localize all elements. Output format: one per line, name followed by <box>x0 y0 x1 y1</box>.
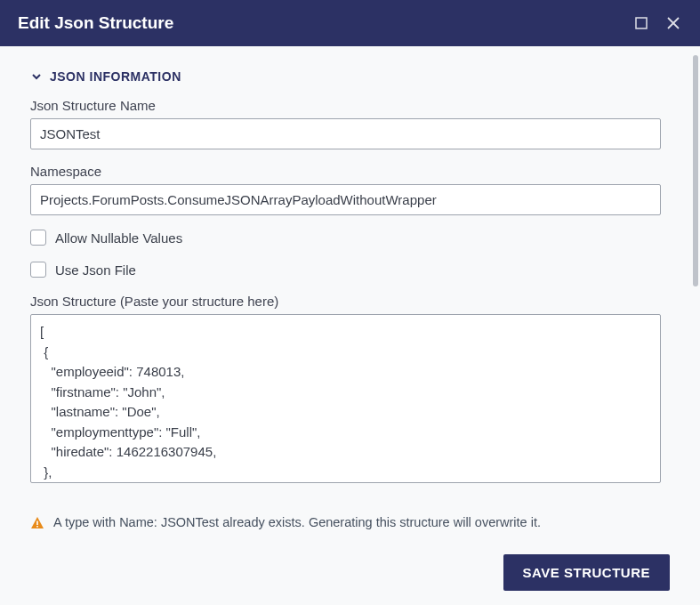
checkbox-use-json-file[interactable]: Use Json File <box>30 262 661 278</box>
warning-message: A type with Name: JSONTest already exist… <box>30 499 670 533</box>
dialog-footer: A type with Name: JSONTest already exist… <box>0 490 700 605</box>
content-area: JSON INFORMATION Json Structure Name Nam… <box>0 46 691 490</box>
label-json-structure: Json Structure (Paste your structure her… <box>30 294 661 309</box>
dialog-body: JSON INFORMATION Json Structure Name Nam… <box>0 46 700 490</box>
chevron-down-icon <box>30 70 43 83</box>
scrollbar-thumb[interactable] <box>693 55 698 286</box>
svg-rect-3 <box>36 521 38 526</box>
warning-text: A type with Name: JSONTest already exist… <box>53 515 541 529</box>
checkbox-allow-nullable[interactable]: Allow Nullable Values <box>30 230 661 246</box>
field-json-structure: Json Structure (Paste your structure her… <box>30 294 661 487</box>
close-icon <box>666 16 680 30</box>
field-namespace: Namespace <box>30 164 661 215</box>
input-namespace[interactable] <box>30 184 661 215</box>
checkbox-box[interactable] <box>30 230 46 246</box>
section-header-json-info[interactable]: JSON INFORMATION <box>30 69 661 84</box>
save-structure-button[interactable]: SAVE STRUCTURE <box>503 554 670 591</box>
close-button[interactable] <box>661 11 686 36</box>
checkbox-label-allow-nullable: Allow Nullable Values <box>55 230 182 246</box>
field-structure-name: Json Structure Name <box>30 98 661 149</box>
section-title: JSON INFORMATION <box>50 69 181 84</box>
dialog-title: Edit Json Structure <box>18 13 622 33</box>
vertical-scrollbar[interactable] <box>691 46 700 490</box>
button-row: SAVE STRUCTURE <box>30 554 670 591</box>
checkbox-box[interactable] <box>30 262 46 278</box>
warning-icon <box>30 516 44 533</box>
label-structure-name: Json Structure Name <box>30 98 661 113</box>
textarea-json-structure[interactable] <box>30 314 661 483</box>
edit-json-dialog: Edit Json Structure JSON INFORMATION Jso… <box>0 0 700 605</box>
svg-rect-0 <box>636 18 647 28</box>
checkbox-label-use-file: Use Json File <box>55 262 136 278</box>
svg-rect-4 <box>36 526 38 528</box>
input-structure-name[interactable] <box>30 118 661 149</box>
maximize-button[interactable] <box>629 11 654 36</box>
titlebar: Edit Json Structure <box>0 0 700 46</box>
label-namespace: Namespace <box>30 164 661 179</box>
maximize-icon <box>635 17 648 29</box>
